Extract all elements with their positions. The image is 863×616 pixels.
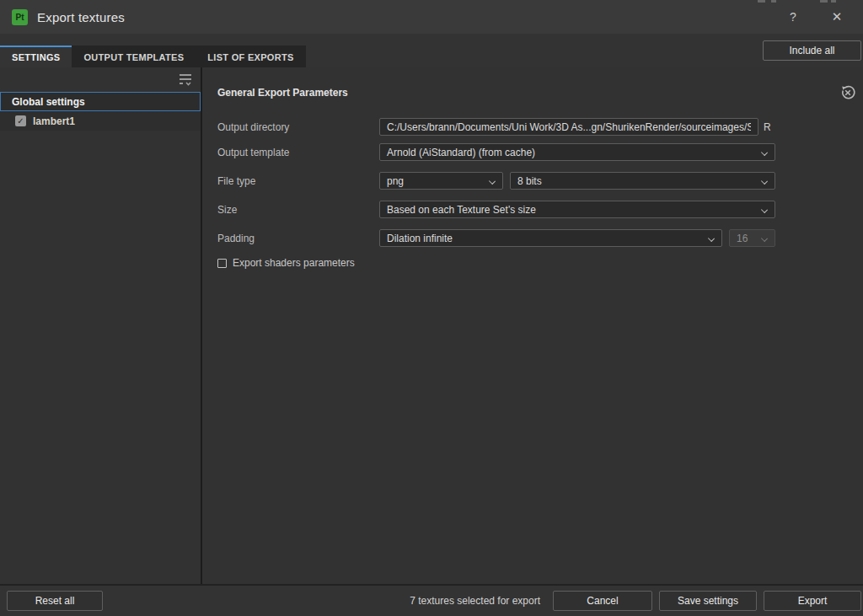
texture-sets-sidebar: Global settings ✓ lambert1 [0,67,201,584]
size-row: Size Based on each Texture Set's size [202,201,863,219]
size-dropdown[interactable]: Based on each Texture Set's size [379,201,775,218]
export-shaders-label: Export shaders parameters [233,257,355,269]
file-format-value: png [387,175,404,187]
output-template-row: Output template Arnold (AiStandard) (fro… [202,143,863,162]
file-format-dropdown[interactable]: png [379,172,503,190]
list-options-icon[interactable] [177,72,194,88]
padding-dropdown[interactable]: Dilation infinite [379,229,722,247]
global-settings-label: Global settings [12,96,85,108]
tab-list-of-exports[interactable]: LIST OF EXPORTS [196,46,305,67]
tab-settings[interactable]: SETTINGS [0,46,72,67]
panel-header: General Export Parameters [217,85,856,100]
size-label: Size [217,204,237,216]
clipped-icon [758,0,765,3]
export-shaders-checkbox[interactable] [217,259,227,268]
output-directory-input[interactable] [379,118,758,136]
bit-depth-dropdown[interactable]: 8 bits [510,172,775,190]
output-template-label: Output template [217,147,289,158]
dilation-width-value: 16 [737,233,748,244]
dilation-width-dropdown: 16 [729,229,775,247]
output-template-value: Arnold (AiStandard) (from cache) [387,147,535,158]
export-count-status: 7 textures selected for export [410,595,540,607]
panel-title: General Export Parameters [217,87,839,99]
padding-label: Padding [217,233,255,244]
file-type-row: File type png 8 bits [202,172,863,190]
chevron-down-icon [489,178,496,185]
lambert1-label: lambert1 [33,115,75,127]
tab-strip: SETTINGS OUTPUT TEMPLATES LIST OF EXPORT… [0,46,306,67]
clipped-icon [771,0,776,3]
clipped-icon [820,0,828,3]
chevron-down-icon [761,178,768,185]
chevron-down-icon [708,235,715,242]
padding-row: Padding Dilation infinite 16 [202,229,863,248]
clipped-icon [831,0,836,3]
cancel-button[interactable]: Cancel [553,591,652,611]
sidebar-item-global-settings[interactable]: Global settings [0,92,201,111]
reset-parameters-icon[interactable] [839,84,856,101]
sidebar-item-lambert1[interactable]: ✓ lambert1 [0,111,201,131]
general-export-parameters-panel: General Export Parameters Output directo… [202,67,863,584]
clipped-background-toolbar-icons [0,0,863,3]
help-icon[interactable]: ? [779,5,807,29]
chevron-down-icon [761,235,768,242]
output-directory-label: Output directory [217,121,289,133]
export-button[interactable]: Export [764,591,861,611]
export-textures-dialog: Pt Export textures ? ✕ SETTINGS OUTPUT T… [0,0,863,616]
output-template-dropdown[interactable]: Arnold (AiStandard) (from cache) [379,143,775,161]
save-settings-button[interactable]: Save settings [659,591,757,611]
bit-depth-value: 8 bits [517,175,542,187]
include-all-button[interactable]: Include all [763,40,861,61]
dialog-body: Global settings ✓ lambert1 General Expor… [0,67,863,584]
close-icon[interactable]: ✕ [823,5,851,29]
reset-all-button[interactable]: Reset all [7,591,103,611]
output-directory-row: Output directory R [202,118,863,137]
window-title: Export textures [37,10,125,24]
footer-bar: Reset all 7 textures selected for export… [0,584,863,616]
chevron-down-icon [761,149,768,156]
app-icon: Pt [12,9,28,25]
output-directory-clipped-button[interactable]: R [764,121,771,133]
chevron-down-icon [761,206,768,213]
file-type-label: File type [217,175,255,187]
padding-value: Dilation infinite [387,233,453,244]
lambert1-checkbox[interactable]: ✓ [15,115,26,126]
title-bar: Pt Export textures ? ✕ [0,0,863,34]
tab-output-templates[interactable]: OUTPUT TEMPLATES [72,46,196,67]
export-shaders-row[interactable]: Export shaders parameters [217,257,355,269]
tab-row: SETTINGS OUTPUT TEMPLATES LIST OF EXPORT… [0,34,863,67]
size-value: Based on each Texture Set's size [387,204,536,216]
